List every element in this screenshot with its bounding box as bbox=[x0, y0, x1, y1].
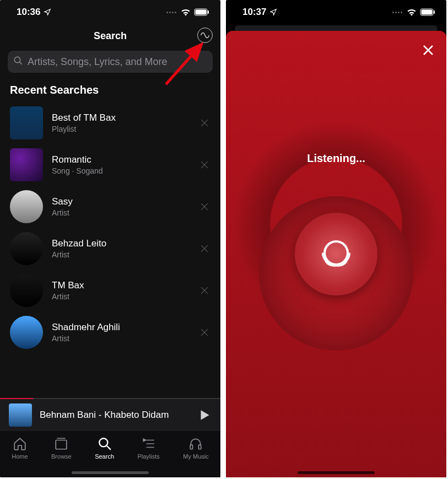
list-item[interactable]: SasyArtist bbox=[10, 186, 210, 228]
play-button[interactable] bbox=[197, 408, 212, 422]
list-item-texts: Best of TM BaxPlaylist bbox=[52, 112, 190, 133]
home-indicator[interactable] bbox=[298, 471, 375, 474]
list-item-title: TM Bax bbox=[52, 280, 190, 291]
section-title: Recent Searches bbox=[0, 84, 220, 102]
svg-rect-30 bbox=[434, 10, 435, 14]
search-icon bbox=[13, 56, 23, 68]
status-time: 10:37 bbox=[242, 7, 266, 18]
list-item-texts: SasyArtist bbox=[52, 196, 190, 217]
phone-listening: 10:37 Listening... bbox=[226, 0, 446, 477]
tab-label: My Music bbox=[183, 453, 208, 460]
tab-playlists[interactable]: Playlists bbox=[137, 437, 159, 460]
svg-rect-26 bbox=[191, 445, 193, 449]
playlists-icon bbox=[142, 437, 156, 451]
list-item-title: Behzad Leito bbox=[52, 238, 190, 249]
svg-rect-27 bbox=[199, 445, 201, 449]
cellular-dots-icon bbox=[392, 12, 402, 13]
battery-icon bbox=[420, 8, 435, 16]
tab-label: Search bbox=[95, 453, 114, 460]
svg-rect-29 bbox=[422, 10, 433, 15]
remove-button[interactable] bbox=[198, 201, 210, 213]
home-indicator[interactable] bbox=[72, 471, 149, 474]
page-title: Search bbox=[94, 30, 127, 42]
wifi-icon bbox=[407, 8, 417, 16]
list-item-texts: TM BaxArtist bbox=[52, 280, 190, 301]
list-item-thumb bbox=[10, 316, 43, 349]
tab-search[interactable]: Search bbox=[95, 437, 114, 460]
list-item-subtitle: Song · Sogand bbox=[52, 166, 190, 175]
phone-search: 10:36 Search Recent Search bbox=[0, 0, 220, 477]
location-icon bbox=[269, 8, 277, 16]
list-item-subtitle: Artist bbox=[52, 208, 190, 217]
listening-core-button[interactable] bbox=[295, 213, 377, 295]
tab-label: Playlists bbox=[137, 453, 159, 460]
svg-line-4 bbox=[19, 62, 22, 64]
list-item-subtitle: Artist bbox=[52, 250, 190, 259]
svg-point-33 bbox=[325, 241, 348, 265]
svg-marker-25 bbox=[143, 439, 145, 441]
close-button[interactable] bbox=[420, 42, 436, 58]
page-title-row: Search bbox=[0, 24, 220, 47]
now-playing-bar[interactable]: Behnam Bani - Khabeto Didam bbox=[0, 399, 220, 431]
svg-line-21 bbox=[106, 445, 111, 450]
remove-button[interactable] bbox=[198, 243, 210, 255]
tab-label: Browse bbox=[51, 453, 72, 460]
list-item-title: Romantic bbox=[52, 154, 190, 165]
remove-button[interactable] bbox=[198, 284, 210, 297]
playback-progress[interactable] bbox=[0, 398, 220, 399]
list-item-texts: Behzad LeitoArtist bbox=[52, 238, 190, 259]
now-playing-thumb[interactable] bbox=[9, 403, 32, 427]
recent-list: Best of TM BaxPlaylistRomanticSong · Sog… bbox=[0, 102, 220, 353]
listening-label: Listening... bbox=[226, 152, 446, 165]
svg-point-3 bbox=[14, 57, 20, 63]
list-item-title: Best of TM Bax bbox=[52, 112, 190, 123]
home-icon bbox=[13, 437, 27, 451]
search-input[interactable] bbox=[28, 56, 207, 68]
list-item[interactable]: Best of TM BaxPlaylist bbox=[10, 102, 210, 144]
list-item-thumb bbox=[10, 274, 43, 307]
audio-recognize-button[interactable] bbox=[197, 28, 213, 43]
list-item[interactable]: Shadmehr AghiliArtist bbox=[10, 311, 210, 353]
list-item-subtitle: Playlist bbox=[52, 125, 190, 133]
tab-label: Home bbox=[12, 453, 28, 460]
location-icon bbox=[44, 8, 51, 16]
remove-button[interactable] bbox=[198, 117, 210, 129]
list-item[interactable]: TM BaxArtist bbox=[10, 270, 210, 311]
list-item-title: Sasy bbox=[52, 196, 190, 207]
status-bar: 10:37 bbox=[226, 0, 446, 24]
list-item-texts: RomanticSong · Sogand bbox=[52, 154, 190, 175]
list-item-thumb bbox=[10, 232, 43, 265]
svg-point-20 bbox=[99, 438, 107, 446]
list-item-title: Shadmehr Aghili bbox=[52, 322, 190, 333]
list-item-subtitle: Artist bbox=[52, 334, 190, 343]
listening-sheet: Listening... bbox=[226, 31, 446, 477]
status-left: 10:37 bbox=[242, 7, 277, 18]
battery-icon bbox=[194, 8, 209, 16]
list-item[interactable]: Behzad LeitoArtist bbox=[10, 228, 210, 270]
remove-button[interactable] bbox=[198, 326, 210, 338]
tab-bar: Home Browse Search Playlists My Music bbox=[0, 431, 220, 477]
list-item-thumb bbox=[10, 106, 43, 139]
list-item-thumb bbox=[10, 190, 43, 223]
wifi-icon bbox=[181, 8, 191, 16]
svg-rect-2 bbox=[208, 10, 209, 14]
browse-icon bbox=[54, 437, 68, 451]
svg-rect-1 bbox=[196, 10, 207, 15]
status-bar: 10:36 bbox=[0, 0, 220, 24]
list-item-texts: Shadmehr AghiliArtist bbox=[52, 322, 190, 343]
svg-rect-18 bbox=[56, 440, 67, 449]
app-logo-icon bbox=[317, 234, 355, 275]
list-item[interactable]: RomanticSong · Sogand bbox=[10, 144, 210, 186]
cellular-dots-icon bbox=[166, 12, 176, 13]
now-playing-title: Behnam Bani - Khabeto Didam bbox=[40, 410, 190, 421]
status-time: 10:36 bbox=[17, 7, 40, 18]
headphones-icon bbox=[188, 437, 203, 451]
list-item-thumb bbox=[10, 148, 43, 181]
tab-my-music[interactable]: My Music bbox=[183, 437, 208, 460]
tab-home[interactable]: Home bbox=[12, 437, 28, 460]
search-input-wrap[interactable] bbox=[8, 51, 213, 73]
remove-button[interactable] bbox=[198, 159, 210, 171]
tab-browse[interactable]: Browse bbox=[51, 437, 72, 460]
status-right bbox=[166, 8, 209, 16]
status-left: 10:36 bbox=[17, 7, 51, 18]
